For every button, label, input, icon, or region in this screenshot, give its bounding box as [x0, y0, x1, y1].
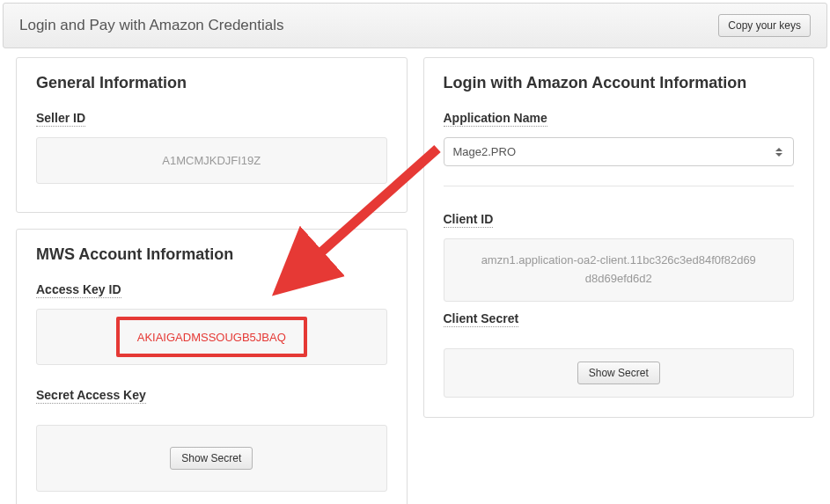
mws-heading: MWS Account Information [36, 245, 387, 264]
left-column: General Information Seller ID A1MCMJKDJF… [16, 57, 408, 504]
login-info-panel: Login with Amazon Account Information Ap… [423, 57, 815, 418]
app-name-label: Application Name [444, 111, 547, 127]
select-caret-icon [775, 148, 782, 157]
section-divider [444, 186, 795, 186]
page-header: Login and Pay with Amazon Credentials Co… [3, 3, 827, 48]
app-name-select[interactable]: Mage2.PRO [444, 137, 795, 166]
general-info-panel: General Information Seller ID A1MCMJKDJF… [16, 57, 408, 213]
right-column: Login with Amazon Account Information Ap… [423, 57, 815, 504]
client-id-field: Client ID amzn1.application-oa2-client.1… [444, 211, 795, 302]
access-key-field: Access Key ID AKIAIGADMSSOUGB5JBAQ [36, 281, 387, 365]
access-key-container: AKIAIGADMSSOUGB5JBAQ [36, 309, 387, 365]
client-secret-label: Client Secret [444, 311, 519, 327]
copy-keys-button[interactable]: Copy your keys [718, 14, 811, 37]
secret-key-field: Secret Access Key Show Secret [36, 387, 387, 492]
client-id-label: Client ID [444, 212, 494, 228]
access-key-value: AKIAIGADMSSOUGB5JBAQ [137, 331, 286, 344]
client-id-value: amzn1.application-oa2-client.11bc326c3ed… [444, 238, 795, 302]
content-columns: General Information Seller ID A1MCMJKDJF… [0, 57, 830, 504]
client-secret-box: Show Secret [444, 348, 795, 398]
mws-info-panel: MWS Account Information Access Key ID AK… [16, 229, 408, 504]
access-key-label: Access Key ID [36, 282, 121, 298]
app-name-field: Application Name Mage2.PRO [444, 110, 795, 166]
seller-id-value: A1MCMJKDJFI19Z [36, 137, 387, 184]
secret-key-label: Secret Access Key [36, 388, 146, 404]
page-title: Login and Pay with Amazon Credentials [19, 17, 284, 34]
login-info-heading: Login with Amazon Account Information [444, 74, 795, 92]
secret-key-box: Show Secret [36, 425, 387, 492]
app-name-value: Mage2.PRO [453, 145, 517, 158]
client-secret-field: Client Secret Show Secret [444, 310, 795, 398]
access-key-highlight: AKIAIGADMSSOUGB5JBAQ [116, 317, 307, 357]
show-secret-button-client[interactable]: Show Secret [577, 362, 660, 384]
general-info-heading: General Information [36, 74, 387, 92]
seller-id-label: Seller ID [36, 111, 85, 127]
show-secret-button-mws[interactable]: Show Secret [170, 447, 253, 470]
seller-id-field: Seller ID A1MCMJKDJFI19Z [36, 110, 387, 184]
